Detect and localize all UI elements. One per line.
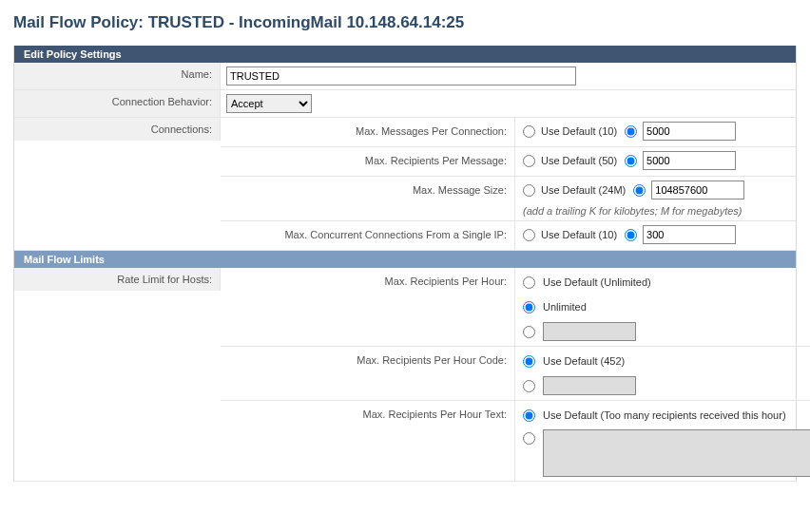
max-msg-size-default-radio[interactable] [523,184,535,197]
sublabel-max-rcpt-per-hour: Max. Recipients Per Hour: [221,268,515,346]
max-conc-conn-default-radio[interactable] [523,229,535,241]
max-msg-per-conn-default-label: Use Default (10) [541,125,617,137]
label-name: Name: [14,63,221,89]
max-conc-conn-default-label: Use Default (10) [541,229,617,240]
max-rcpt-per-hour-default-radio[interactable] [523,276,535,289]
subrow-max-msg-per-conn: Max. Messages Per Connection: Use Defaul… [221,118,796,147]
max-rcpt-per-hour-code-input[interactable] [543,376,636,395]
section-header-edit: Edit Policy Settings [14,46,796,63]
max-rcpt-per-hour-code-default-label: Use Default (452) [543,355,625,367]
max-rcpt-per-hour-unlimited-radio[interactable] [523,301,535,314]
max-rcpt-per-hour-input[interactable] [543,322,636,341]
max-rcpt-per-hour-custom-radio[interactable] [523,326,535,338]
max-rcpt-per-hour-code-custom-radio[interactable] [523,380,535,392]
max-msg-size-default-label: Use Default (24M) [541,184,626,196]
max-conc-conn-input[interactable] [643,225,736,244]
connection-behavior-select[interactable]: Accept [226,94,312,113]
max-rcpt-per-hour-default-label: Use Default (Unlimited) [543,276,651,288]
max-rcpt-per-hour-unlimited-label: Unlimited [543,301,587,313]
section-header-limits: Mail Flow Limits [14,251,796,268]
max-rcpt-per-hour-text-default-radio[interactable] [523,409,535,422]
page-title: Mail Flow Policy: TRUSTED - IncomingMail… [13,13,797,32]
max-rcpt-per-hour-text-input[interactable] [543,429,810,477]
sublabel-max-msg-per-conn: Max. Messages Per Connection: [221,118,515,146]
row-connections: Connections: Max. Messages Per Connectio… [14,118,796,251]
sublabel-max-conc-conn: Max. Concurrent Connections From a Singl… [221,221,515,250]
max-rcpt-per-msg-default-radio[interactable] [523,155,535,167]
subrow-max-conc-conn: Max. Concurrent Connections From a Singl… [221,221,796,250]
subrow-max-rcpt-per-hour-code: Max. Recipients Per Hour Code: Use Defau… [221,347,810,401]
row-conn-behavior: Connection Behavior: Accept [14,90,796,118]
max-rcpt-per-msg-input[interactable] [643,151,736,170]
name-input[interactable] [226,66,576,86]
sublabel-max-msg-size: Max. Message Size: [221,177,515,220]
max-rcpt-per-msg-custom-radio[interactable] [625,155,637,167]
max-rcpt-per-hour-text-custom-radio[interactable] [523,432,535,445]
max-conc-conn-custom-radio[interactable] [625,229,637,241]
subrow-max-rcpt-per-msg: Max. Recipients Per Message: Use Default… [221,147,796,177]
subrow-max-rcpt-per-hour-text: Max. Recipients Per Hour Text: Use Defau… [221,401,810,481]
max-msg-size-custom-radio[interactable] [633,184,646,197]
max-msg-per-conn-input[interactable] [643,122,736,141]
subrow-max-rcpt-per-hour: Max. Recipients Per Hour: Use Default (U… [221,268,810,347]
max-msg-per-conn-custom-radio[interactable] [625,125,637,138]
max-rcpt-per-hour-text-default-label: Use Default (Too many recipients receive… [543,409,786,421]
sublabel-max-rcpt-per-msg: Max. Recipients Per Message: [221,147,515,176]
row-name: Name: [14,63,796,90]
sublabel-max-rcpt-per-hour-code: Max. Recipients Per Hour Code: [221,347,515,400]
max-msg-size-hint: (add a trailing K for kilobytes; M for m… [523,203,788,217]
subrow-max-msg-size: Max. Message Size: Use Default (24M) (ad… [221,177,796,221]
label-rate-limit-hosts: Rate Limit for Hosts: [14,268,221,291]
edit-policy-panel: Edit Policy Settings Name: Connection Be… [13,46,797,482]
max-msg-size-input[interactable] [651,180,744,200]
row-rate-limit-hosts: Rate Limit for Hosts: Max. Recipients Pe… [14,268,796,482]
max-rcpt-per-hour-code-default-radio[interactable] [523,355,535,368]
max-rcpt-per-msg-default-label: Use Default (50) [541,155,617,166]
label-connections: Connections: [14,118,221,141]
max-msg-per-conn-default-radio[interactable] [523,125,535,138]
label-conn-behavior: Connection Behavior: [14,90,221,117]
sublabel-max-rcpt-per-hour-text: Max. Recipients Per Hour Text: [221,401,515,481]
